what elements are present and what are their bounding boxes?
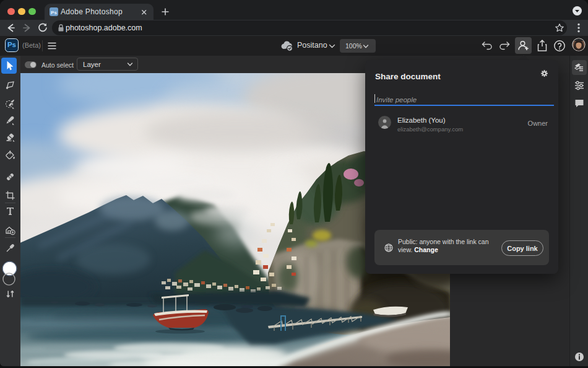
- svg-text:Ps: Ps: [51, 10, 57, 15]
